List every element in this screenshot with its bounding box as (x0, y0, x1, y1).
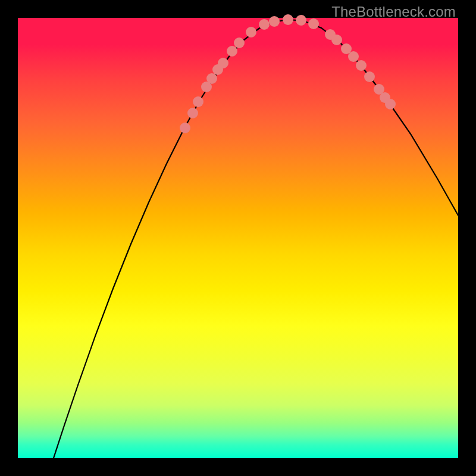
marker-point (356, 60, 367, 71)
marker-point (193, 96, 203, 107)
marker-point (348, 51, 359, 62)
marker-point (187, 108, 198, 118)
marker-point (246, 27, 256, 37)
plot-area (18, 18, 458, 458)
marker-point (331, 35, 342, 45)
marker-point (259, 19, 270, 30)
marker-group (180, 14, 396, 133)
marker-point (296, 15, 306, 26)
marker-point (364, 71, 375, 82)
chart-frame: TheBottleneck.com (0, 0, 476, 476)
marker-point (283, 14, 293, 25)
marker-point (308, 18, 319, 29)
marker-point (234, 37, 245, 48)
marker-point (206, 73, 217, 84)
marker-point (180, 123, 190, 133)
marker-point (227, 46, 237, 57)
chart-svg (18, 18, 458, 458)
bottleneck-curve (54, 20, 458, 458)
marker-point (269, 16, 280, 27)
marker-point (385, 99, 396, 109)
marker-point (218, 58, 228, 68)
